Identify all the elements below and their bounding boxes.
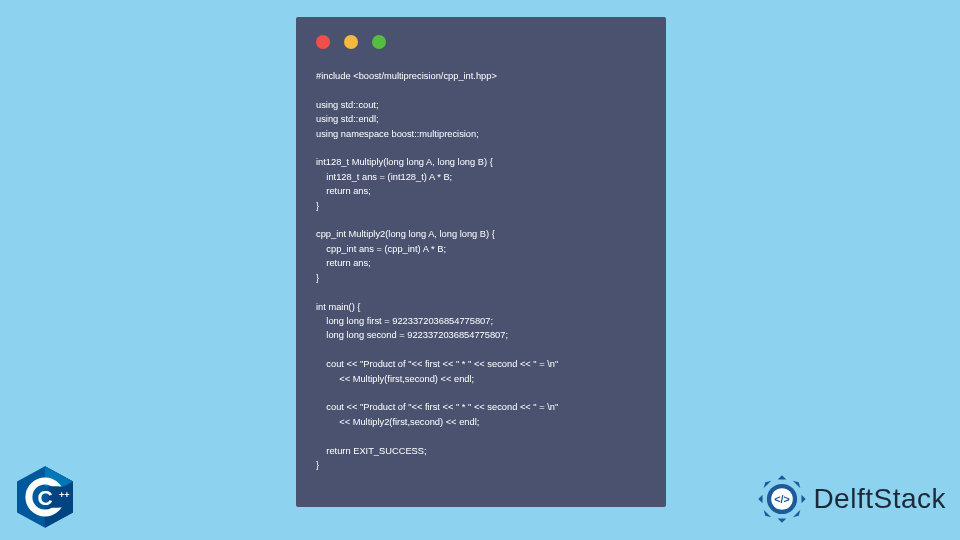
svg-text:C: C xyxy=(37,486,52,509)
close-icon xyxy=(316,35,330,49)
code-window: #include <boost/multiprecision/cpp_int.h… xyxy=(296,17,666,507)
gear-slash-icon: </> xyxy=(755,472,809,526)
svg-marker-12 xyxy=(778,518,787,522)
brand-name: DelftStack xyxy=(813,483,946,515)
window-controls xyxy=(316,35,646,49)
cpp-badge-icon: C ++ xyxy=(10,462,80,532)
svg-marker-15 xyxy=(764,481,772,489)
svg-marker-13 xyxy=(764,510,772,518)
svg-marker-10 xyxy=(802,495,806,504)
svg-marker-8 xyxy=(778,475,787,479)
svg-marker-9 xyxy=(793,481,801,489)
code-block: #include <boost/multiprecision/cpp_int.h… xyxy=(316,69,646,472)
svg-marker-14 xyxy=(759,495,763,504)
svg-text:</>: </> xyxy=(775,493,791,505)
maximize-icon xyxy=(372,35,386,49)
svg-marker-11 xyxy=(793,510,801,518)
svg-text:++: ++ xyxy=(59,490,70,500)
brand-logo: </> DelftStack xyxy=(755,472,946,526)
minimize-icon xyxy=(344,35,358,49)
